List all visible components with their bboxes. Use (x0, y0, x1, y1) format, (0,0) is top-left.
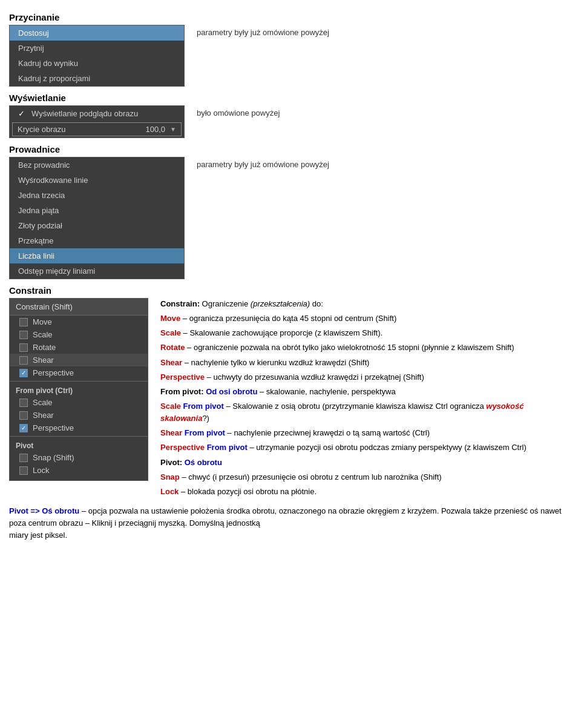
constrain-pivot-lock[interactable]: Lock (10, 464, 148, 477)
constrain-frompivot-perspective-checkbox[interactable]: ✓ (19, 424, 28, 432)
constrain-shear-checkbox[interactable] (19, 356, 28, 365)
menu-item-liczba-linii[interactable]: Liczba linii (10, 248, 184, 263)
constrain-perspective-label: Perspective (33, 368, 74, 377)
checkmark-icon: ✓ (18, 109, 27, 118)
menu-item-dostosuj[interactable]: Dostosuj (10, 25, 184, 41)
prowadnice-row: Bez prowadnic Wyśrodkowane linie Jedna t… (9, 157, 572, 279)
menu-item-jedna-piata[interactable]: Jedna piąta (10, 203, 184, 218)
desc-constrain-italic: (przekształcenia) (251, 299, 310, 308)
bottom-pivot-text: – opcja pozwala na ustawienie położenia … (9, 506, 562, 528)
krycie-dropdown-icon[interactable]: ▼ (170, 126, 176, 133)
menu-item-kadruj-proporcjami[interactable]: Kadruj z proporcjami (10, 71, 184, 86)
from-pivot-title: From pivot (Ctrl) (10, 383, 148, 396)
krycie-label: Krycie obrazu (18, 125, 141, 134)
constrain-perspective-checkbox[interactable]: ✓ (19, 369, 28, 377)
desc-constrain-bold: Constrain: (160, 299, 200, 308)
menu-item-wyswietlanie[interactable]: ✓ Wyświetlanie podglądu obrazu (10, 106, 184, 121)
desc-from-pivot-bold: From pivot: (160, 387, 204, 396)
menu-item-zloty-podzial[interactable]: Złoty podział (10, 218, 184, 233)
desc-shear-line: Shear – nachylenie tylko w kierunku wzdł… (160, 357, 572, 369)
bottom-text-area: Pivot => Oś obrotu – opcja pozwala na us… (9, 505, 572, 541)
constrain-row: Constrain (Shift) Move Scale Rotate Shea… (9, 298, 572, 500)
constrain-scale-checkbox[interactable] (19, 331, 28, 339)
desc-scale-pv-fp-blue: From pivot (183, 402, 224, 411)
desc-constrain-ogr: Ograniczenie (200, 299, 251, 308)
desc-pivot-blue: Oś obrotu (185, 458, 222, 467)
desc-from-pivot-blue: Od osi obrotu (206, 387, 257, 396)
desc-persp-pivot-line: Perspective From pivot – utrzymanie pozy… (160, 442, 572, 454)
przycinanie-panel: Dostosuj Przytnij Kadruj do wyniku Kadru… (9, 25, 185, 87)
desc-snap-line: Snap – chwyć (i przesuń) przesunięcie os… (160, 471, 572, 483)
menu-item-bez-prowadnic[interactable]: Bez prowadnic (10, 157, 184, 173)
menu-item-jedna-piata-label: Jedna piąta (18, 206, 59, 215)
constrain-rotate-label: Rotate (33, 343, 56, 352)
menu-item-przekatne[interactable]: Przekątne (10, 233, 184, 248)
desc-lock-line: Lock – blokada pozycji osi obrotu na płó… (160, 486, 572, 498)
wyswietlanie-heading: Wyświetlanie (9, 93, 572, 103)
constrain-move[interactable]: Move (10, 316, 148, 328)
desc-rotate-line: Rotate – ograniczenie pozwala na obrót t… (160, 342, 572, 354)
menu-item-odstep[interactable]: Odstęp między liniami (10, 263, 184, 279)
bottom-piksel-line: miary jest piksel. (9, 529, 572, 541)
prowadnice-side-text: parametry były już omówione powyżej (197, 157, 572, 169)
constrain-shear[interactable]: Shear (10, 354, 148, 366)
bottom-pivot-bold: Pivot => Oś obrotu (9, 506, 79, 515)
desc-shear-pv-fp-blue: From pivot (185, 428, 225, 437)
desc-persp-pv-bold: Perspective (160, 443, 205, 452)
desc-scale-pv-bold: Scale (160, 402, 181, 411)
przycinanie-row: Dostosuj Przytnij Kadruj do wyniku Kadru… (9, 25, 572, 87)
desc-scale-pivot-line: Scale From pivot – Skalowanie z osią obr… (160, 400, 572, 425)
constrain-pivot-snap-checkbox[interactable] (19, 454, 28, 462)
constrain-perspective[interactable]: ✓ Perspective (10, 366, 148, 379)
menu-item-wysrodkowane[interactable]: Wyśrodkowane linie (10, 173, 184, 188)
constrain-frompivot-shear-checkbox[interactable] (19, 411, 28, 420)
desc-rotate-text: – ograniczenie pozwala na obrót tylko ja… (185, 343, 514, 352)
pivot-section-title: Pivot (10, 438, 148, 451)
krycie-row: Krycie obrazu 100,0 ▼ (12, 122, 182, 136)
constrain-pivot-snap-label: Snap (Shift) (33, 453, 74, 462)
constrain-frompivot-scale-checkbox[interactable] (19, 399, 28, 407)
menu-item-przytnij[interactable]: Przytnij (10, 41, 184, 56)
desc-move-bold: Move (160, 314, 180, 323)
desc-pivot-line: Pivot: Oś obrotu (160, 457, 572, 469)
prowadnice-section: Prowadnice Bez prowadnic Wyśrodkowane li… (9, 144, 572, 279)
constrain-pivot-snap[interactable]: Snap (Shift) (10, 451, 148, 464)
constrain-description: Constrain: Ograniczenie (przekształcenia… (160, 298, 572, 500)
wyswietlanie-panel: ✓ Wyświetlanie podglądu obrazu Krycie ob… (9, 105, 185, 138)
constrain-scale[interactable]: Scale (10, 328, 148, 341)
constrain-panel: Constrain (Shift) Move Scale Rotate Shea… (9, 298, 148, 481)
desc-constrain-line: Constrain: Ograniczenie (przekształcenia… (160, 298, 572, 310)
constrain-scale-label: Scale (33, 330, 53, 339)
bottom-pivot-line: Pivot => Oś obrotu – opcja pozwala na us… (9, 505, 572, 529)
constrain-pivot-lock-label: Lock (33, 466, 49, 475)
constrain-pivot-lock-checkbox[interactable] (19, 466, 28, 475)
desc-pivot-bold: Pivot: (160, 458, 182, 467)
desc-shear-bold: Shear (160, 358, 182, 367)
constrain-rotate-checkbox[interactable] (19, 343, 28, 352)
constrain-frompivot-perspective-label: Perspective (33, 423, 74, 432)
menu-item-kadruj-wyniku[interactable]: Kadruj do wyniku (10, 56, 184, 71)
desc-rotate-bold: Rotate (160, 343, 185, 352)
constrain-panel-title: Constrain (Shift) (10, 299, 148, 316)
desc-persp-pv-text: – utrzymanie pozycji osi obrotu podczas … (248, 443, 527, 452)
prowadnice-heading: Prowadnice (9, 144, 572, 154)
desc-from-pivot-rest: – skalowanie, nachylenie, perspektywa (257, 387, 395, 396)
desc-persp-pv-fp-blue: From pivot (207, 443, 248, 452)
desc-move-line: Move – ogranicza przesunięcia do kąta 45… (160, 313, 572, 325)
menu-item-kadruj-proporcjami-label: Kadruj z proporcjami (18, 74, 90, 83)
constrain-rotate[interactable]: Rotate (10, 341, 148, 354)
constrain-heading: Constrain (9, 285, 572, 296)
constrain-frompivot-scale[interactable]: Scale (10, 396, 148, 409)
wyswietlanie-row: ✓ Wyświetlanie podglądu obrazu Krycie ob… (9, 105, 572, 138)
desc-shear-pv-text: – nachylenie przeciwnej krawędzi o tą sa… (225, 428, 430, 437)
desc-perspective-line: Perspective – uchwyty do przesuwania wzd… (160, 371, 572, 383)
menu-item-liczba-linii-label: Liczba linii (18, 251, 54, 260)
desc-shear-pivot-line: Shear From pivot – nachylenie przeciwnej… (160, 427, 572, 439)
constrain-frompivot-shear-label: Shear (33, 411, 54, 420)
constrain-frompivot-shear[interactable]: Shear (10, 409, 148, 422)
menu-item-zloty-podzial-label: Złoty podział (18, 221, 62, 230)
constrain-frompivot-perspective[interactable]: ✓ Perspective (10, 422, 148, 434)
constrain-move-checkbox[interactable] (19, 318, 28, 326)
constrain-shear-label: Shear (33, 356, 54, 365)
menu-item-jedna-trzecia[interactable]: Jedna trzecia (10, 188, 184, 203)
